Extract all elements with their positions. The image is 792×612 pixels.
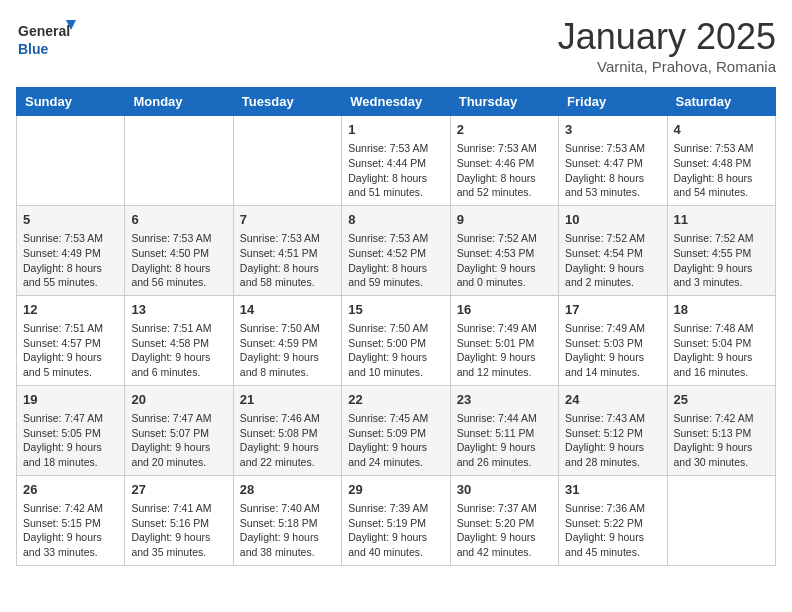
day-info: Sunrise: 7:50 AM Sunset: 4:59 PM Dayligh… bbox=[240, 321, 335, 380]
calendar-week-row: 26Sunrise: 7:42 AM Sunset: 5:15 PM Dayli… bbox=[17, 475, 776, 565]
table-row: 11Sunrise: 7:52 AM Sunset: 4:55 PM Dayli… bbox=[667, 205, 775, 295]
table-row bbox=[125, 116, 233, 206]
day-number: 3 bbox=[565, 121, 660, 139]
table-row: 30Sunrise: 7:37 AM Sunset: 5:20 PM Dayli… bbox=[450, 475, 558, 565]
day-number: 9 bbox=[457, 211, 552, 229]
table-row: 22Sunrise: 7:45 AM Sunset: 5:09 PM Dayli… bbox=[342, 385, 450, 475]
table-row: 20Sunrise: 7:47 AM Sunset: 5:07 PM Dayli… bbox=[125, 385, 233, 475]
table-row: 16Sunrise: 7:49 AM Sunset: 5:01 PM Dayli… bbox=[450, 295, 558, 385]
table-row: 28Sunrise: 7:40 AM Sunset: 5:18 PM Dayli… bbox=[233, 475, 341, 565]
col-thursday: Thursday bbox=[450, 88, 558, 116]
header-row: Sunday Monday Tuesday Wednesday Thursday… bbox=[17, 88, 776, 116]
day-number: 23 bbox=[457, 391, 552, 409]
title-section: January 2025 Varnita, Prahova, Romania bbox=[558, 16, 776, 75]
col-friday: Friday bbox=[559, 88, 667, 116]
table-row: 10Sunrise: 7:52 AM Sunset: 4:54 PM Dayli… bbox=[559, 205, 667, 295]
day-info: Sunrise: 7:53 AM Sunset: 4:50 PM Dayligh… bbox=[131, 231, 226, 290]
day-number: 17 bbox=[565, 301, 660, 319]
col-monday: Monday bbox=[125, 88, 233, 116]
day-info: Sunrise: 7:52 AM Sunset: 4:55 PM Dayligh… bbox=[674, 231, 769, 290]
table-row: 2Sunrise: 7:53 AM Sunset: 4:46 PM Daylig… bbox=[450, 116, 558, 206]
table-row: 31Sunrise: 7:36 AM Sunset: 5:22 PM Dayli… bbox=[559, 475, 667, 565]
table-row bbox=[667, 475, 775, 565]
svg-text:Blue: Blue bbox=[18, 41, 49, 57]
table-row: 13Sunrise: 7:51 AM Sunset: 4:58 PM Dayli… bbox=[125, 295, 233, 385]
table-row: 19Sunrise: 7:47 AM Sunset: 5:05 PM Dayli… bbox=[17, 385, 125, 475]
day-number: 15 bbox=[348, 301, 443, 319]
day-info: Sunrise: 7:41 AM Sunset: 5:16 PM Dayligh… bbox=[131, 501, 226, 560]
day-info: Sunrise: 7:48 AM Sunset: 5:04 PM Dayligh… bbox=[674, 321, 769, 380]
table-row: 21Sunrise: 7:46 AM Sunset: 5:08 PM Dayli… bbox=[233, 385, 341, 475]
day-number: 31 bbox=[565, 481, 660, 499]
table-row: 23Sunrise: 7:44 AM Sunset: 5:11 PM Dayli… bbox=[450, 385, 558, 475]
day-info: Sunrise: 7:36 AM Sunset: 5:22 PM Dayligh… bbox=[565, 501, 660, 560]
day-info: Sunrise: 7:53 AM Sunset: 4:46 PM Dayligh… bbox=[457, 141, 552, 200]
calendar-week-row: 5Sunrise: 7:53 AM Sunset: 4:49 PM Daylig… bbox=[17, 205, 776, 295]
day-number: 25 bbox=[674, 391, 769, 409]
table-row bbox=[17, 116, 125, 206]
day-info: Sunrise: 7:47 AM Sunset: 5:07 PM Dayligh… bbox=[131, 411, 226, 470]
table-row: 24Sunrise: 7:43 AM Sunset: 5:12 PM Dayli… bbox=[559, 385, 667, 475]
day-info: Sunrise: 7:44 AM Sunset: 5:11 PM Dayligh… bbox=[457, 411, 552, 470]
table-row: 9Sunrise: 7:52 AM Sunset: 4:53 PM Daylig… bbox=[450, 205, 558, 295]
calendar-week-row: 19Sunrise: 7:47 AM Sunset: 5:05 PM Dayli… bbox=[17, 385, 776, 475]
day-info: Sunrise: 7:37 AM Sunset: 5:20 PM Dayligh… bbox=[457, 501, 552, 560]
table-row: 3Sunrise: 7:53 AM Sunset: 4:47 PM Daylig… bbox=[559, 116, 667, 206]
calendar-week-row: 12Sunrise: 7:51 AM Sunset: 4:57 PM Dayli… bbox=[17, 295, 776, 385]
table-row: 17Sunrise: 7:49 AM Sunset: 5:03 PM Dayli… bbox=[559, 295, 667, 385]
logo: General Blue bbox=[16, 16, 76, 60]
day-info: Sunrise: 7:53 AM Sunset: 4:48 PM Dayligh… bbox=[674, 141, 769, 200]
col-tuesday: Tuesday bbox=[233, 88, 341, 116]
day-info: Sunrise: 7:53 AM Sunset: 4:51 PM Dayligh… bbox=[240, 231, 335, 290]
day-number: 6 bbox=[131, 211, 226, 229]
table-row bbox=[233, 116, 341, 206]
day-number: 30 bbox=[457, 481, 552, 499]
col-wednesday: Wednesday bbox=[342, 88, 450, 116]
day-info: Sunrise: 7:49 AM Sunset: 5:03 PM Dayligh… bbox=[565, 321, 660, 380]
day-info: Sunrise: 7:47 AM Sunset: 5:05 PM Dayligh… bbox=[23, 411, 118, 470]
day-info: Sunrise: 7:45 AM Sunset: 5:09 PM Dayligh… bbox=[348, 411, 443, 470]
table-row: 29Sunrise: 7:39 AM Sunset: 5:19 PM Dayli… bbox=[342, 475, 450, 565]
table-row: 25Sunrise: 7:42 AM Sunset: 5:13 PM Dayli… bbox=[667, 385, 775, 475]
day-number: 18 bbox=[674, 301, 769, 319]
day-number: 12 bbox=[23, 301, 118, 319]
day-info: Sunrise: 7:43 AM Sunset: 5:12 PM Dayligh… bbox=[565, 411, 660, 470]
day-info: Sunrise: 7:53 AM Sunset: 4:49 PM Dayligh… bbox=[23, 231, 118, 290]
table-row: 6Sunrise: 7:53 AM Sunset: 4:50 PM Daylig… bbox=[125, 205, 233, 295]
col-saturday: Saturday bbox=[667, 88, 775, 116]
day-info: Sunrise: 7:42 AM Sunset: 5:15 PM Dayligh… bbox=[23, 501, 118, 560]
table-row: 27Sunrise: 7:41 AM Sunset: 5:16 PM Dayli… bbox=[125, 475, 233, 565]
day-info: Sunrise: 7:49 AM Sunset: 5:01 PM Dayligh… bbox=[457, 321, 552, 380]
day-number: 7 bbox=[240, 211, 335, 229]
day-info: Sunrise: 7:51 AM Sunset: 4:58 PM Dayligh… bbox=[131, 321, 226, 380]
day-number: 4 bbox=[674, 121, 769, 139]
table-row: 12Sunrise: 7:51 AM Sunset: 4:57 PM Dayli… bbox=[17, 295, 125, 385]
table-row: 8Sunrise: 7:53 AM Sunset: 4:52 PM Daylig… bbox=[342, 205, 450, 295]
table-row: 15Sunrise: 7:50 AM Sunset: 5:00 PM Dayli… bbox=[342, 295, 450, 385]
table-row: 1Sunrise: 7:53 AM Sunset: 4:44 PM Daylig… bbox=[342, 116, 450, 206]
page-header: General Blue January 2025 Varnita, Praho… bbox=[16, 16, 776, 75]
day-number: 16 bbox=[457, 301, 552, 319]
day-info: Sunrise: 7:42 AM Sunset: 5:13 PM Dayligh… bbox=[674, 411, 769, 470]
day-info: Sunrise: 7:46 AM Sunset: 5:08 PM Dayligh… bbox=[240, 411, 335, 470]
table-row: 18Sunrise: 7:48 AM Sunset: 5:04 PM Dayli… bbox=[667, 295, 775, 385]
table-row: 5Sunrise: 7:53 AM Sunset: 4:49 PM Daylig… bbox=[17, 205, 125, 295]
day-number: 5 bbox=[23, 211, 118, 229]
day-number: 29 bbox=[348, 481, 443, 499]
day-info: Sunrise: 7:53 AM Sunset: 4:44 PM Dayligh… bbox=[348, 141, 443, 200]
table-row: 14Sunrise: 7:50 AM Sunset: 4:59 PM Dayli… bbox=[233, 295, 341, 385]
day-number: 8 bbox=[348, 211, 443, 229]
day-info: Sunrise: 7:52 AM Sunset: 4:54 PM Dayligh… bbox=[565, 231, 660, 290]
calendar-table: Sunday Monday Tuesday Wednesday Thursday… bbox=[16, 87, 776, 566]
day-number: 26 bbox=[23, 481, 118, 499]
day-info: Sunrise: 7:40 AM Sunset: 5:18 PM Dayligh… bbox=[240, 501, 335, 560]
logo-svg: General Blue bbox=[16, 16, 76, 60]
day-number: 13 bbox=[131, 301, 226, 319]
day-number: 19 bbox=[23, 391, 118, 409]
day-number: 22 bbox=[348, 391, 443, 409]
col-sunday: Sunday bbox=[17, 88, 125, 116]
day-number: 27 bbox=[131, 481, 226, 499]
day-info: Sunrise: 7:52 AM Sunset: 4:53 PM Dayligh… bbox=[457, 231, 552, 290]
day-info: Sunrise: 7:53 AM Sunset: 4:52 PM Dayligh… bbox=[348, 231, 443, 290]
day-info: Sunrise: 7:39 AM Sunset: 5:19 PM Dayligh… bbox=[348, 501, 443, 560]
